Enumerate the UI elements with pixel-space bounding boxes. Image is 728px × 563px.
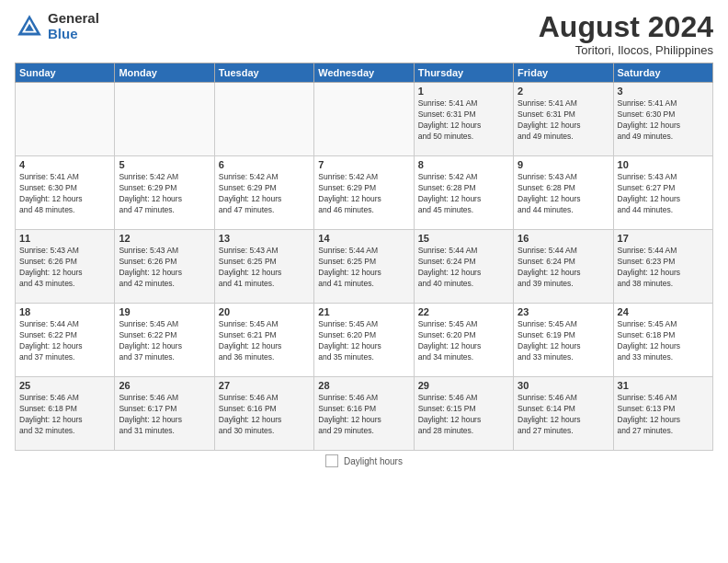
table-row: 6Sunrise: 5:42 AM Sunset: 6:29 PM Daylig… bbox=[214, 156, 313, 230]
day-number: 20 bbox=[219, 306, 310, 317]
day-info: Sunrise: 5:42 AM Sunset: 6:29 PM Dayligh… bbox=[318, 172, 409, 216]
table-row bbox=[115, 83, 214, 156]
table-row: 9Sunrise: 5:43 AM Sunset: 6:28 PM Daylig… bbox=[514, 156, 613, 230]
table-row: 1Sunrise: 5:41 AM Sunset: 6:31 PM Daylig… bbox=[414, 83, 513, 156]
calendar-week-row: 4Sunrise: 5:41 AM Sunset: 6:30 PM Daylig… bbox=[16, 156, 713, 230]
table-row: 18Sunrise: 5:44 AM Sunset: 6:22 PM Dayli… bbox=[16, 304, 115, 377]
day-info: Sunrise: 5:46 AM Sunset: 6:16 PM Dayligh… bbox=[318, 393, 409, 437]
footer: Daylight hours bbox=[15, 454, 713, 467]
table-row: 2Sunrise: 5:41 AM Sunset: 6:31 PM Daylig… bbox=[514, 83, 613, 156]
table-row: 23Sunrise: 5:45 AM Sunset: 6:19 PM Dayli… bbox=[514, 304, 613, 377]
calendar-table: Sunday Monday Tuesday Wednesday Thursday… bbox=[15, 63, 713, 451]
day-number: 19 bbox=[119, 306, 210, 317]
logo-blue-text: Blue bbox=[48, 27, 99, 42]
table-row: 20Sunrise: 5:45 AM Sunset: 6:21 PM Dayli… bbox=[214, 304, 313, 377]
calendar-week-row: 1Sunrise: 5:41 AM Sunset: 6:31 PM Daylig… bbox=[16, 83, 713, 156]
day-number: 17 bbox=[618, 233, 709, 244]
day-info: Sunrise: 5:41 AM Sunset: 6:31 PM Dayligh… bbox=[418, 98, 509, 143]
col-saturday: Saturday bbox=[613, 63, 712, 83]
day-number: 30 bbox=[518, 380, 609, 391]
footer-label: Daylight hours bbox=[344, 456, 403, 466]
table-row: 12Sunrise: 5:43 AM Sunset: 6:26 PM Dayli… bbox=[115, 230, 214, 304]
day-number: 29 bbox=[418, 380, 509, 391]
day-info: Sunrise: 5:45 AM Sunset: 6:21 PM Dayligh… bbox=[219, 319, 310, 363]
col-tuesday: Tuesday bbox=[214, 63, 313, 83]
table-row: 22Sunrise: 5:45 AM Sunset: 6:20 PM Dayli… bbox=[414, 304, 513, 377]
table-row: 11Sunrise: 5:43 AM Sunset: 6:26 PM Dayli… bbox=[16, 230, 115, 304]
day-number: 2 bbox=[518, 86, 609, 97]
day-number: 21 bbox=[318, 306, 409, 317]
day-info: Sunrise: 5:45 AM Sunset: 6:19 PM Dayligh… bbox=[518, 319, 609, 363]
col-monday: Monday bbox=[115, 63, 214, 83]
calendar-week-row: 11Sunrise: 5:43 AM Sunset: 6:26 PM Dayli… bbox=[16, 230, 713, 304]
day-number: 13 bbox=[219, 233, 310, 244]
calendar-header-row: Sunday Monday Tuesday Wednesday Thursday… bbox=[16, 63, 713, 83]
table-row: 29Sunrise: 5:46 AM Sunset: 6:15 PM Dayli… bbox=[414, 377, 513, 451]
day-number: 23 bbox=[518, 306, 609, 317]
day-number: 24 bbox=[618, 306, 709, 317]
day-number: 1 bbox=[418, 86, 509, 97]
table-row: 15Sunrise: 5:44 AM Sunset: 6:24 PM Dayli… bbox=[414, 230, 513, 304]
day-info: Sunrise: 5:42 AM Sunset: 6:29 PM Dayligh… bbox=[119, 172, 210, 216]
day-number: 6 bbox=[219, 159, 310, 170]
day-info: Sunrise: 5:43 AM Sunset: 6:26 PM Dayligh… bbox=[119, 246, 210, 290]
day-number: 28 bbox=[318, 380, 409, 391]
col-wednesday: Wednesday bbox=[314, 63, 414, 83]
day-number: 27 bbox=[219, 380, 310, 391]
day-number: 18 bbox=[19, 306, 110, 317]
location-subtitle: Toritori, Ilocos, Philippines bbox=[539, 43, 713, 57]
day-info: Sunrise: 5:44 AM Sunset: 6:25 PM Dayligh… bbox=[318, 246, 409, 290]
logo-text: General Blue bbox=[48, 11, 99, 41]
day-info: Sunrise: 5:41 AM Sunset: 6:30 PM Dayligh… bbox=[19, 172, 110, 216]
day-info: Sunrise: 5:44 AM Sunset: 6:24 PM Dayligh… bbox=[518, 246, 609, 290]
day-info: Sunrise: 5:45 AM Sunset: 6:22 PM Dayligh… bbox=[119, 319, 210, 363]
day-info: Sunrise: 5:44 AM Sunset: 6:22 PM Dayligh… bbox=[19, 319, 110, 363]
table-row: 24Sunrise: 5:45 AM Sunset: 6:18 PM Dayli… bbox=[613, 304, 712, 377]
table-row bbox=[214, 83, 313, 156]
day-info: Sunrise: 5:46 AM Sunset: 6:13 PM Dayligh… bbox=[618, 393, 709, 437]
table-row: 7Sunrise: 5:42 AM Sunset: 6:29 PM Daylig… bbox=[314, 156, 414, 230]
logo: General Blue bbox=[15, 11, 99, 41]
day-number: 9 bbox=[518, 159, 609, 170]
table-row: 27Sunrise: 5:46 AM Sunset: 6:16 PM Dayli… bbox=[214, 377, 313, 451]
day-number: 11 bbox=[19, 233, 110, 244]
calendar-week-row: 18Sunrise: 5:44 AM Sunset: 6:22 PM Dayli… bbox=[16, 304, 713, 377]
day-number: 14 bbox=[318, 233, 409, 244]
day-info: Sunrise: 5:44 AM Sunset: 6:24 PM Dayligh… bbox=[418, 246, 509, 290]
day-number: 16 bbox=[518, 233, 609, 244]
table-row bbox=[314, 83, 414, 156]
day-info: Sunrise: 5:43 AM Sunset: 6:28 PM Dayligh… bbox=[518, 172, 609, 216]
day-number: 4 bbox=[19, 159, 110, 170]
day-info: Sunrise: 5:46 AM Sunset: 6:14 PM Dayligh… bbox=[518, 393, 609, 437]
day-number: 10 bbox=[618, 159, 709, 170]
day-number: 25 bbox=[19, 380, 110, 391]
day-number: 22 bbox=[418, 306, 509, 317]
page-container: General Blue August 2024 Toritori, Iloco… bbox=[0, 0, 728, 563]
col-friday: Friday bbox=[514, 63, 613, 83]
table-row: 16Sunrise: 5:44 AM Sunset: 6:24 PM Dayli… bbox=[514, 230, 613, 304]
day-number: 15 bbox=[418, 233, 509, 244]
table-row: 8Sunrise: 5:42 AM Sunset: 6:28 PM Daylig… bbox=[414, 156, 513, 230]
title-block: August 2024 Toritori, Ilocos, Philippine… bbox=[539, 11, 713, 57]
table-row: 4Sunrise: 5:41 AM Sunset: 6:30 PM Daylig… bbox=[16, 156, 115, 230]
header: General Blue August 2024 Toritori, Iloco… bbox=[15, 11, 713, 57]
day-info: Sunrise: 5:43 AM Sunset: 6:27 PM Dayligh… bbox=[618, 172, 709, 216]
logo-icon bbox=[15, 12, 44, 41]
table-row: 30Sunrise: 5:46 AM Sunset: 6:14 PM Dayli… bbox=[514, 377, 613, 451]
table-row: 21Sunrise: 5:45 AM Sunset: 6:20 PM Dayli… bbox=[314, 304, 414, 377]
calendar-week-row: 25Sunrise: 5:46 AM Sunset: 6:18 PM Dayli… bbox=[16, 377, 713, 451]
table-row: 17Sunrise: 5:44 AM Sunset: 6:23 PM Dayli… bbox=[613, 230, 712, 304]
day-info: Sunrise: 5:43 AM Sunset: 6:25 PM Dayligh… bbox=[219, 246, 310, 290]
table-row: 25Sunrise: 5:46 AM Sunset: 6:18 PM Dayli… bbox=[16, 377, 115, 451]
day-info: Sunrise: 5:46 AM Sunset: 6:17 PM Dayligh… bbox=[119, 393, 210, 437]
day-info: Sunrise: 5:45 AM Sunset: 6:18 PM Dayligh… bbox=[618, 319, 709, 363]
day-number: 31 bbox=[618, 380, 709, 391]
day-info: Sunrise: 5:42 AM Sunset: 6:28 PM Dayligh… bbox=[418, 172, 509, 216]
table-row: 10Sunrise: 5:43 AM Sunset: 6:27 PM Dayli… bbox=[613, 156, 712, 230]
table-row: 28Sunrise: 5:46 AM Sunset: 6:16 PM Dayli… bbox=[314, 377, 414, 451]
table-row: 31Sunrise: 5:46 AM Sunset: 6:13 PM Dayli… bbox=[613, 377, 712, 451]
footer-legend-box bbox=[325, 454, 338, 467]
day-info: Sunrise: 5:45 AM Sunset: 6:20 PM Dayligh… bbox=[318, 319, 409, 363]
day-number: 5 bbox=[119, 159, 210, 170]
day-info: Sunrise: 5:41 AM Sunset: 6:30 PM Dayligh… bbox=[618, 98, 709, 143]
